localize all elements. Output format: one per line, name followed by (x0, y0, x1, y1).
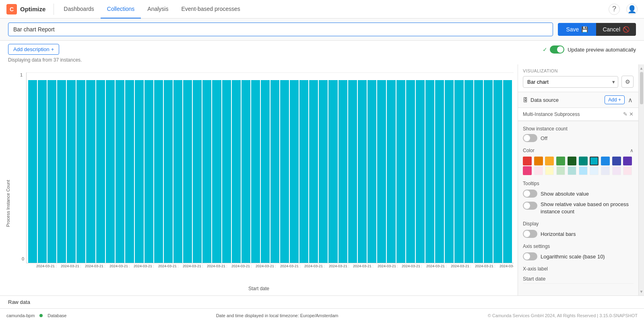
cancel-button[interactable]: Cancel 🚫 (596, 23, 636, 36)
update-preview-toggle[interactable]: ✓ (543, 45, 564, 54)
color-swatch-cyan[interactable] (590, 157, 599, 165)
x-date-label: 2024-03-21 18:28:18 (183, 264, 203, 268)
chart-bar (270, 80, 279, 263)
chart-bar (173, 80, 182, 263)
save-button[interactable]: Save 💾 (558, 23, 596, 36)
toggle-check-icon: ✓ (543, 46, 547, 53)
user-icon[interactable]: 👤 (626, 4, 638, 15)
scroll-up-icon[interactable]: ▲ (639, 65, 644, 71)
chart-bar (387, 80, 396, 263)
color-swatch-purple[interactable] (623, 157, 632, 165)
help-icon[interactable]: ? (609, 4, 620, 15)
show-absolute-toggle[interactable] (523, 190, 537, 198)
visualization-section: Visualization Bar chart Line chart Pie c… (518, 64, 638, 92)
footer: camunda-bpm Database Date and time displ… (0, 308, 644, 322)
save-label: Save (566, 26, 579, 33)
scroll-thumb[interactable] (640, 72, 643, 104)
x-date-label: 2024-03-21 18:28:18 (353, 264, 373, 268)
chart-bar (474, 80, 483, 263)
chart-bar (164, 80, 173, 263)
color-swatch-very-light-pink[interactable] (623, 166, 632, 175)
axis-settings-label: Axis settings (523, 244, 634, 249)
chart-bar (261, 80, 270, 263)
datasource-collapse-button[interactable]: ∧ (627, 96, 634, 104)
color-swatch-yellow[interactable] (545, 157, 554, 165)
chart-bar (406, 80, 415, 263)
chart-bar (290, 80, 299, 263)
instance-label: Multi-Instance Subprocess (523, 111, 580, 117)
version-info: © Camunda Services GmbH 2024, All Rights… (488, 313, 638, 318)
instance-edit-icon[interactable]: ✎ (623, 111, 627, 117)
x-date-label: 2024-03-21 18:28:18 (207, 264, 227, 268)
color-chevron-up-icon[interactable]: ∧ (630, 148, 634, 153)
chart-bar (435, 80, 444, 263)
add-description-button[interactable]: Add description + (8, 44, 59, 55)
raw-data-label: Raw data (8, 299, 30, 305)
report-title-input[interactable] (8, 23, 553, 36)
tooltips-label: Tooltips (523, 181, 634, 186)
logarithmic-label: Logarithmic scale (base 10) (541, 254, 605, 260)
footer-left: camunda-bpm Database (6, 313, 66, 318)
chart-bar (106, 80, 115, 263)
chart-bar (425, 80, 434, 263)
instance-count-toggle[interactable] (523, 134, 537, 142)
scroll-down-icon[interactable]: ▼ (639, 289, 644, 295)
toggle-switch-on[interactable] (550, 45, 564, 54)
chart-bar (445, 80, 454, 263)
color-swatch-green[interactable] (556, 157, 565, 165)
chart-area: Process Instance Count 1 0 2024-03-21 18… (0, 64, 518, 295)
footer-right: © Camunda Services GmbH 2024, All Rights… (488, 313, 638, 318)
tab-analysis[interactable]: Analysis (141, 0, 175, 19)
color-swatch-very-light-blue[interactable] (590, 166, 599, 175)
instance-close-icon[interactable]: ✕ (629, 111, 634, 117)
x-date-label: 2024-03-21 18:28:18 (378, 264, 398, 268)
color-swatch-indigo[interactable] (612, 157, 621, 165)
cancel-label: Cancel (603, 26, 620, 33)
chart-bar (28, 80, 37, 263)
chart-bar (144, 80, 153, 263)
color-swatch-light-teal[interactable] (568, 166, 576, 175)
color-swatch-teal[interactable] (579, 157, 588, 165)
color-swatch-pink[interactable] (523, 166, 532, 175)
chart-bar (367, 80, 376, 263)
color-swatch-light-yellow[interactable] (545, 166, 554, 175)
x-date-label: 2024-03-21 18:28:18 (158, 264, 178, 268)
chart-bar (358, 80, 367, 263)
datasource-add-button[interactable]: Add + (605, 95, 625, 104)
display-label: Display (523, 221, 634, 227)
chart-bar (454, 80, 463, 263)
tab-dashboards[interactable]: Dashboards (57, 0, 101, 19)
chart-bar (280, 80, 289, 263)
color-swatch-orange[interactable] (534, 157, 543, 165)
x-date-label: 2024-03-21 18:28:18 (85, 264, 105, 268)
horizontal-bars-toggle[interactable] (523, 230, 537, 238)
color-swatch-blue[interactable] (601, 157, 610, 165)
chart-bar (493, 80, 502, 263)
visualization-select[interactable]: Bar chart Line chart Pie chart Number Ta… (523, 76, 618, 88)
chart-bar (339, 80, 347, 263)
db-label: Database (47, 313, 66, 318)
x-axis-label-section: X-axis label Start date (523, 266, 634, 284)
settings-icon-button[interactable]: ⚙ (621, 76, 634, 88)
add-description-label: Add description (13, 46, 50, 52)
raw-data-bar: Raw data (0, 295, 644, 308)
options-panel: Show instance count Off Color ∧ (518, 121, 638, 295)
chart-bar (57, 80, 66, 263)
chart-bar (251, 80, 260, 263)
logarithmic-toggle[interactable] (523, 252, 537, 260)
color-swatch-light-green[interactable] (556, 166, 565, 175)
save-icon: 💾 (581, 26, 588, 33)
chart-bar (222, 80, 231, 263)
tab-collections[interactable]: Collections (101, 0, 141, 19)
color-swatch-lavender[interactable] (601, 166, 610, 175)
color-swatch-red[interactable] (523, 157, 532, 165)
color-swatch-light-purple[interactable] (612, 166, 621, 175)
chart-bar (86, 80, 95, 263)
tab-event-based[interactable]: Event-based processes (175, 0, 246, 19)
chart-bar (183, 80, 192, 263)
color-swatch-dark-green[interactable] (568, 157, 576, 165)
color-swatch-light-pink[interactable] (534, 166, 543, 175)
show-relative-toggle[interactable] (523, 202, 537, 210)
chart-bar (484, 80, 493, 263)
color-swatch-light-blue[interactable] (579, 166, 588, 175)
